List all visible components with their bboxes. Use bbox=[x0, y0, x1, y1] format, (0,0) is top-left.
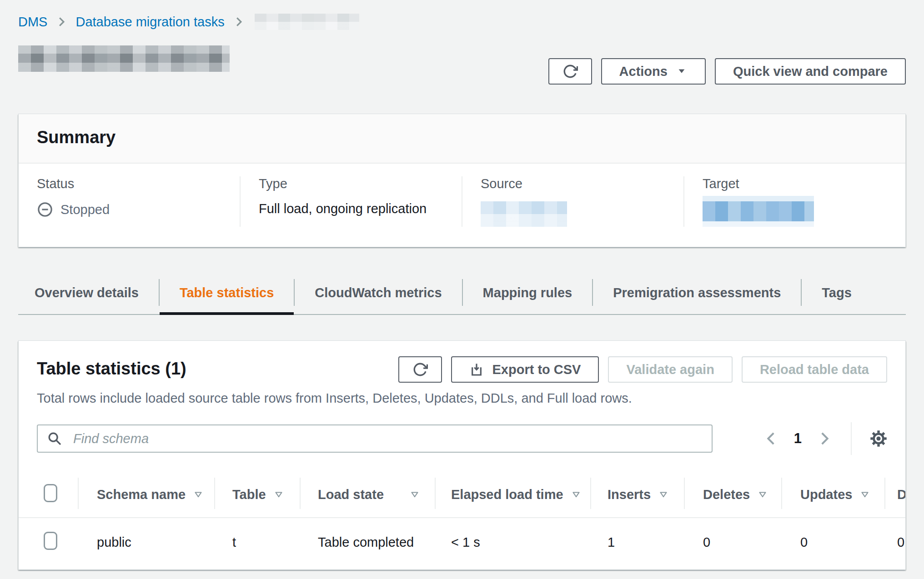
actions-button-label: Actions bbox=[619, 64, 668, 79]
dms-task-page: DMS Database migration tasks Actions Qui… bbox=[0, 0, 924, 579]
sort-icon[interactable] bbox=[859, 489, 870, 500]
header-toolbar: Actions Quick view and compare bbox=[548, 58, 906, 85]
source-endpoint-redacted-link[interactable] bbox=[481, 201, 567, 227]
summary-field-target: Target bbox=[683, 176, 905, 227]
preferences-button[interactable] bbox=[870, 430, 887, 447]
tab-bar: Overview details Table statistics CloudW… bbox=[18, 275, 906, 315]
download-icon bbox=[469, 362, 484, 377]
source-label: Source bbox=[481, 176, 665, 191]
tab-cloudwatch-metrics[interactable]: CloudWatch metrics bbox=[295, 275, 462, 314]
column-header-load-state[interactable]: Load state bbox=[300, 475, 435, 518]
pagination-divider bbox=[851, 422, 852, 455]
table-statistics-title: Table statistics (1) bbox=[37, 359, 186, 379]
search-icon bbox=[47, 431, 62, 448]
table-controls-row: 1 bbox=[19, 406, 905, 455]
select-all-checkbox[interactable] bbox=[44, 484, 57, 502]
summary-field-source: Source bbox=[462, 176, 683, 227]
breadcrumb-chevron-icon bbox=[55, 16, 67, 28]
tab-overview-details[interactable]: Overview details bbox=[18, 275, 159, 314]
pagination: 1 bbox=[763, 422, 887, 455]
stopped-status-icon bbox=[37, 201, 53, 218]
row-select-cell bbox=[19, 518, 78, 569]
cell-deletes: 0 bbox=[684, 518, 781, 569]
page-header: Actions Quick view and compare bbox=[18, 45, 906, 85]
column-header-updates[interactable]: Updates bbox=[781, 475, 884, 518]
sort-icon[interactable] bbox=[193, 489, 204, 500]
status-label: Status bbox=[37, 176, 221, 191]
caret-down-icon bbox=[676, 66, 688, 76]
cell-updates: 0 bbox=[781, 518, 884, 569]
table-statistics-panel: Table statistics (1) Export to CSV Valid… bbox=[18, 340, 906, 570]
cell-elapsed-load-time: < 1 s bbox=[435, 518, 590, 569]
target-endpoint-redacted-link[interactable] bbox=[703, 201, 814, 221]
sort-icon[interactable] bbox=[757, 489, 768, 500]
sort-icon[interactable] bbox=[273, 489, 284, 500]
table-toolbar: Export to CSV Validate again Reload tabl… bbox=[398, 356, 887, 383]
column-header-ddls-clipped[interactable]: D bbox=[884, 475, 906, 518]
validate-again-button[interactable]: Validate again bbox=[608, 356, 732, 383]
reload-table-data-button[interactable]: Reload table data bbox=[742, 356, 887, 383]
cell-table: t bbox=[214, 518, 300, 569]
summary-panel: Summary Status Stopped Type Full load, o… bbox=[18, 114, 906, 247]
breadcrumb-current-redacted bbox=[255, 14, 359, 30]
tab-tags[interactable]: Tags bbox=[802, 275, 872, 314]
refresh-table-button[interactable] bbox=[398, 356, 442, 383]
refresh-icon bbox=[412, 362, 428, 377]
table-panel-header: Table statistics (1) Export to CSV Valid… bbox=[19, 341, 905, 383]
sort-icon[interactable] bbox=[658, 489, 669, 500]
cell-ddls-clipped: 0 bbox=[884, 518, 906, 569]
summary-body: Status Stopped Type Full load, ongoing r… bbox=[19, 164, 905, 247]
next-page-button[interactable] bbox=[816, 430, 833, 447]
export-csv-button[interactable]: Export to CSV bbox=[451, 356, 599, 383]
breadcrumb-link-migration-tasks[interactable]: Database migration tasks bbox=[75, 15, 224, 30]
type-label: Type bbox=[259, 176, 443, 191]
select-all-header bbox=[19, 475, 78, 518]
breadcrumb-chevron-icon bbox=[233, 16, 245, 28]
breadcrumb: DMS Database migration tasks bbox=[18, 0, 906, 30]
breadcrumb-link-dms[interactable]: DMS bbox=[18, 15, 47, 30]
status-value: Stopped bbox=[37, 201, 221, 218]
table-statistics-description: Total rows include loaded source table r… bbox=[19, 391, 905, 406]
tab-table-statistics[interactable]: Table statistics bbox=[160, 275, 294, 314]
column-header-deletes[interactable]: Deletes bbox=[684, 475, 781, 518]
table-row: public t Table completed < 1 s 1 0 0 0 bbox=[19, 518, 906, 569]
target-label: Target bbox=[703, 176, 887, 191]
column-header-inserts[interactable]: Inserts bbox=[590, 475, 684, 518]
summary-title: Summary bbox=[37, 128, 887, 147]
column-header-table[interactable]: Table bbox=[214, 475, 300, 518]
tab-premigration-assessments[interactable]: Premigration assessments bbox=[593, 275, 801, 314]
type-value: Full load, ongoing replication bbox=[259, 201, 443, 216]
sort-icon[interactable] bbox=[571, 489, 582, 500]
current-page-number: 1 bbox=[794, 430, 802, 447]
refresh-icon bbox=[562, 64, 578, 79]
cell-schema-name: public bbox=[78, 518, 214, 569]
schema-search bbox=[37, 424, 713, 453]
page-title-redacted bbox=[18, 45, 230, 72]
row-checkbox[interactable] bbox=[44, 532, 57, 550]
column-header-elapsed-load-time[interactable]: Elapsed load time bbox=[435, 475, 590, 518]
export-csv-label: Export to CSV bbox=[492, 362, 581, 377]
status-text: Stopped bbox=[60, 202, 110, 217]
quick-view-compare-button[interactable]: Quick view and compare bbox=[715, 58, 906, 85]
cell-inserts: 1 bbox=[590, 518, 684, 569]
refresh-button[interactable] bbox=[548, 58, 592, 85]
cell-load-state: Table completed bbox=[300, 518, 435, 569]
previous-page-button[interactable] bbox=[763, 430, 779, 447]
gear-icon bbox=[870, 430, 887, 447]
summary-field-status: Status Stopped bbox=[19, 176, 240, 227]
table-header-row: Schema name Table Load state Elapsed loa… bbox=[19, 475, 906, 518]
column-header-schema-name[interactable]: Schema name bbox=[78, 475, 214, 518]
table-statistics-table: Schema name Table Load state Elapsed loa… bbox=[19, 475, 906, 569]
summary-header: Summary bbox=[19, 114, 905, 164]
quick-view-label: Quick view and compare bbox=[733, 64, 888, 79]
sort-icon[interactable] bbox=[409, 489, 420, 500]
tab-mapping-rules[interactable]: Mapping rules bbox=[463, 275, 593, 314]
summary-field-type: Type Full load, ongoing replication bbox=[240, 176, 462, 227]
find-schema-input[interactable] bbox=[37, 424, 713, 453]
actions-button[interactable]: Actions bbox=[601, 58, 706, 85]
